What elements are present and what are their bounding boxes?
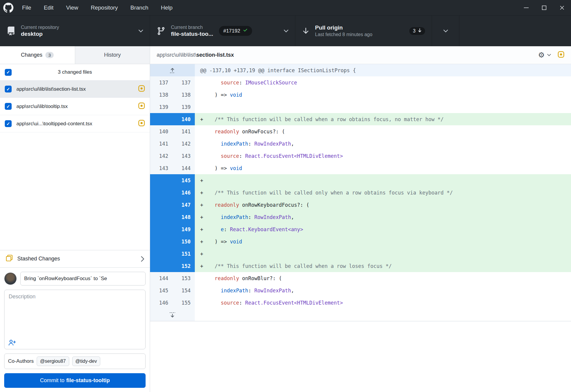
old-line-number[interactable] — [150, 211, 172, 223]
diff-row[interactable]: 145154 indexPath: RowIndexPath, — [150, 284, 571, 297]
old-line-number[interactable] — [150, 186, 172, 199]
tab-history[interactable]: History — [75, 46, 150, 64]
file-checkbox[interactable]: ✓ — [5, 86, 12, 92]
diff-code-line: readonly onRowFocus?: ( — [195, 125, 571, 138]
new-line-number[interactable]: 142 — [172, 138, 195, 150]
old-line-number[interactable]: 144 — [150, 272, 172, 284]
current-branch-label: Current branch — [171, 25, 213, 30]
new-line-number[interactable]: 150 — [172, 235, 195, 248]
file-list-empty-space — [0, 132, 150, 250]
file-row-section-list[interactable]: ✓ app\src\ui\lib\list\section-list.tsx — [0, 81, 150, 98]
old-line-number[interactable]: 140 — [150, 125, 172, 138]
diff-row[interactable]: 138138 ) => void — [150, 89, 571, 101]
file-checkbox[interactable]: ✓ — [5, 103, 12, 110]
new-line-number[interactable]: 153 — [172, 272, 195, 284]
new-line-number[interactable]: 146 — [172, 186, 195, 199]
menu-item-branch[interactable]: Branch — [125, 3, 154, 13]
add-coauthor-button[interactable] — [8, 339, 16, 346]
new-line-number[interactable]: 139 — [172, 101, 195, 113]
minimize-button[interactable] — [517, 0, 535, 15]
diff-row[interactable]: 145+ — [150, 174, 571, 186]
pull-count-badge: 3 — [409, 27, 425, 35]
maximize-button[interactable] — [535, 0, 553, 15]
new-line-number[interactable]: 144 — [172, 162, 195, 174]
old-line-number[interactable] — [150, 223, 172, 235]
new-line-number[interactable]: 138 — [172, 89, 195, 101]
menu-item-file[interactable]: File — [17, 3, 37, 13]
old-line-number[interactable]: 137 — [150, 76, 172, 89]
diff-view: @@ -137,10 +137,19 @@ interface ISection… — [150, 64, 571, 321]
expand-hunk-down-button[interactable] — [150, 309, 195, 321]
old-line-number[interactable] — [150, 174, 172, 186]
old-line-number[interactable] — [150, 113, 172, 125]
new-line-number[interactable]: 154 — [172, 284, 195, 297]
commit-summary-input[interactable] — [20, 272, 146, 285]
old-line-number[interactable]: 141 — [150, 138, 172, 150]
file-row-tooltip[interactable]: ✓ app\src\ui\lib\tooltip.tsx — [0, 98, 150, 115]
diff-row[interactable]: 151+ — [150, 248, 571, 260]
menu-item-view[interactable]: View — [61, 3, 84, 13]
stashed-changes-row[interactable]: Stashed Changes — [0, 250, 150, 267]
diff-options-button[interactable]: ⚙ — [538, 51, 551, 59]
diff-code-line — [195, 101, 571, 113]
old-line-number[interactable]: 138 — [150, 89, 172, 101]
old-line-number[interactable]: 139 — [150, 101, 172, 113]
current-repository-button[interactable]: Current repository desktop — [0, 16, 150, 46]
new-line-number[interactable]: 155 — [172, 297, 195, 309]
select-all-checkbox[interactable]: ✓ — [5, 69, 12, 76]
pull-options-dropdown[interactable] — [432, 16, 459, 46]
file-checkbox[interactable]: ✓ — [5, 120, 12, 127]
coauthors-field[interactable]: Co-Authors @sergiou87 @tidy-dev — [4, 354, 146, 369]
diff-row[interactable]: 147+ readonly onRowKeyboardFocus?: ( — [150, 199, 571, 211]
old-line-number[interactable]: 146 — [150, 297, 172, 309]
diff-code-line: ) => void — [195, 162, 571, 174]
arrow-down-small-icon — [418, 28, 422, 34]
old-line-number[interactable]: 145 — [150, 284, 172, 297]
new-line-number[interactable]: 149 — [172, 223, 195, 235]
old-line-number[interactable] — [150, 199, 172, 211]
expand-hunk-up-button[interactable] — [150, 64, 195, 76]
current-branch-button[interactable]: Current branch file-status-too... #17192 — [150, 16, 295, 46]
new-line-number[interactable]: 140 — [172, 113, 195, 125]
new-line-number[interactable]: 148 — [172, 211, 195, 223]
diff-row[interactable]: 143144 ) => void — [150, 162, 571, 174]
close-button[interactable] — [553, 0, 571, 15]
new-line-number[interactable]: 137 — [172, 76, 195, 89]
menu-item-edit[interactable]: Edit — [38, 3, 59, 13]
new-line-number[interactable]: 147 — [172, 199, 195, 211]
old-line-number[interactable] — [150, 235, 172, 248]
new-line-number[interactable]: 143 — [172, 150, 195, 162]
pr-status-badge[interactable]: #17192 — [219, 26, 252, 36]
diff-row[interactable]: 150+ ) => void — [150, 235, 571, 248]
menu-item-repository[interactable]: Repository — [85, 3, 123, 13]
coauthor-chip[interactable]: @sergiou87 — [37, 356, 69, 366]
new-line-number[interactable]: 145 — [172, 174, 195, 186]
diff-row[interactable]: 146+ /** This function will be called on… — [150, 186, 571, 199]
commit-description-input[interactable] — [4, 290, 145, 334]
new-line-number[interactable]: 141 — [172, 125, 195, 138]
tab-changes[interactable]: Changes 3 — [0, 46, 75, 64]
diff-row[interactable]: 140+ /** This function will be called wh… — [150, 113, 571, 125]
new-line-number[interactable]: 152 — [172, 260, 195, 272]
diff-row[interactable]: 148+ indexPath: RowIndexPath, — [150, 211, 571, 223]
diff-row[interactable]: 149+ e: React.KeyboardEvent<any> — [150, 223, 571, 235]
diff-row[interactable]: 141142 indexPath: RowIndexPath, — [150, 138, 571, 150]
diff-row[interactable]: 144153 readonly onRowBlur?: ( — [150, 272, 571, 284]
diff-panel: app\src\ui\lib\list\section-list.tsx ⚙ — [150, 46, 571, 392]
diff-row[interactable]: 140141 readonly onRowFocus?: ( — [150, 125, 571, 138]
old-line-number[interactable] — [150, 260, 172, 272]
pull-origin-button[interactable]: Pull origin Last fetched 8 minutes ago 3 — [295, 16, 432, 46]
old-line-number[interactable] — [150, 248, 172, 260]
file-row-tooltipped-content[interactable]: ✓ app\src\ui...\tooltipped-content.tsx — [0, 115, 150, 132]
diff-row[interactable]: 137137 source: IMouseClickSource — [150, 76, 571, 89]
old-line-number[interactable]: 142 — [150, 150, 172, 162]
new-line-number[interactable]: 151 — [172, 248, 195, 260]
diff-row[interactable]: 146155 source: React.FocusEvent<HTMLDivE… — [150, 297, 571, 309]
diff-row[interactable]: 152+ /** This function will be called wh… — [150, 260, 571, 272]
old-line-number[interactable]: 143 — [150, 162, 172, 174]
menu-item-help[interactable]: Help — [155, 3, 178, 13]
diff-row[interactable]: 142143 source: React.FocusEvent<HTMLDivE… — [150, 150, 571, 162]
coauthor-chip[interactable]: @tidy-dev — [72, 356, 100, 366]
commit-button[interactable]: Commit to file-status-tooltip — [4, 373, 146, 388]
diff-row[interactable]: 139139 — [150, 101, 571, 113]
